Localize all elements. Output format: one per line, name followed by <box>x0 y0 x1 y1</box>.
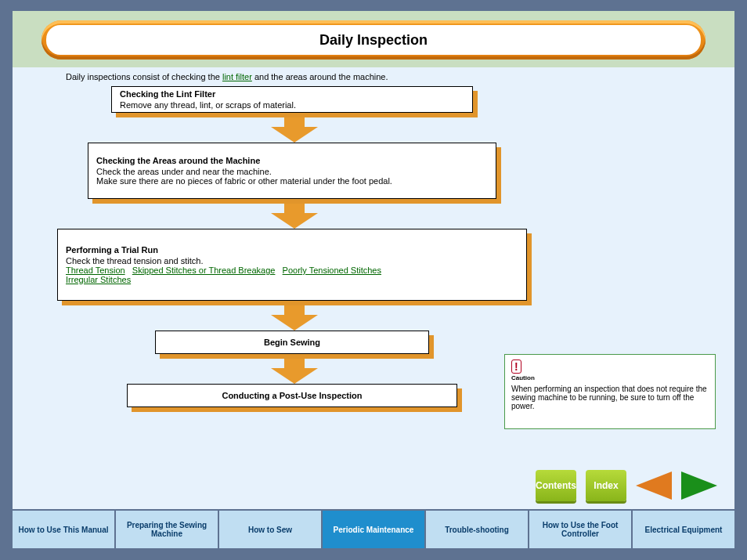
tab-foot-controller[interactable]: How to Use the Foot Controller <box>529 511 631 548</box>
tab-how-to-use-manual[interactable]: How to Use This Manual <box>13 511 114 548</box>
arrow-head-icon <box>271 315 318 331</box>
intro-text: Daily inspections consist of checking th… <box>66 72 523 81</box>
triangle-left-icon <box>636 471 672 500</box>
step1-body: Remove any thread, lint, or scraps of ma… <box>120 100 464 110</box>
prev-button[interactable] <box>636 471 672 500</box>
arrow-head-icon <box>271 127 318 143</box>
caution-text: When performing an inspection that does … <box>511 385 709 410</box>
caution-icon: ! <box>511 359 521 374</box>
arrow-head-icon <box>271 213 318 229</box>
step3-link-4[interactable]: Irregular Stitches <box>66 275 131 284</box>
flow-step-3: Performing a Trial Run Check the thread … <box>57 229 532 305</box>
arrow-icon <box>284 117 305 127</box>
step2-body: Check the areas under and near the machi… <box>96 167 488 186</box>
intro-suffix: and the areas around the machine. <box>252 72 388 81</box>
nav-bar: Contents Index <box>536 470 717 501</box>
index-button[interactable]: Index <box>586 470 626 501</box>
tab-electrical[interactable]: Electrical Equipment <box>633 511 734 548</box>
step1-title: Checking the Lint Filter <box>120 89 464 99</box>
tab-periodic-maintenance[interactable]: Periodic Maintenance <box>323 511 424 548</box>
arrow-icon <box>284 359 305 368</box>
triangle-right-icon <box>681 471 717 500</box>
flow-step-1: Checking the Lint Filter Remove any thre… <box>111 86 478 117</box>
page-title: Daily Inspection <box>46 25 701 55</box>
flowchart: Daily inspections consist of checking th… <box>52 72 537 412</box>
caution-panel: ! Caution When performing an inspection … <box>504 354 716 429</box>
svg-marker-0 <box>636 471 672 500</box>
step5-title: Conducting a Post-Use Inspection <box>222 391 362 400</box>
step3-links: Thread Tension Skipped Stitches or Threa… <box>66 266 518 284</box>
tab-preparing[interactable]: Preparing the Sewing Machine <box>116 511 218 548</box>
tab-troubleshooting[interactable]: Trouble-shooting <box>426 511 528 548</box>
bottom-tabs: How to Use This Manual Preparing the Sew… <box>13 511 734 548</box>
intro-link[interactable]: lint filter <box>222 72 252 81</box>
flow-step-5: Conducting a Post-Use Inspection <box>127 384 462 412</box>
next-button[interactable] <box>681 471 717 500</box>
title-pill: Daily Inspection <box>42 20 706 60</box>
step3-link-2[interactable]: Skipped Stitches or Thread Breakage <box>132 266 276 275</box>
tab-how-to-sew[interactable]: How to Sew <box>219 511 321 548</box>
arrow-icon <box>284 305 305 315</box>
intro-prefix: Daily inspections consist of checking th… <box>66 72 222 81</box>
arrow-head-icon <box>271 368 318 384</box>
step2-title: Checking the Areas around the Machine <box>96 156 488 165</box>
step3-link-3[interactable]: Poorly Tensioned Stitches <box>283 266 381 275</box>
flow-step-2: Checking the Areas around the Machine Ch… <box>88 143 501 204</box>
step3-link-1[interactable]: Thread Tension <box>66 266 125 275</box>
caution-label: Caution <box>511 374 709 381</box>
flow-step-4: Begin Sewing <box>155 331 434 359</box>
svg-marker-1 <box>681 471 717 500</box>
main-panel: Daily inspections consist of checking th… <box>13 67 734 509</box>
arrow-icon <box>284 204 305 213</box>
step4-title: Begin Sewing <box>264 338 320 347</box>
step3-title: Performing a Trial Run <box>66 245 518 255</box>
header-band: Daily Inspection <box>13 11 734 67</box>
contents-button[interactable]: Contents <box>536 470 576 501</box>
step3-body-prefix: Check the thread tension and stitch. <box>66 256 518 266</box>
